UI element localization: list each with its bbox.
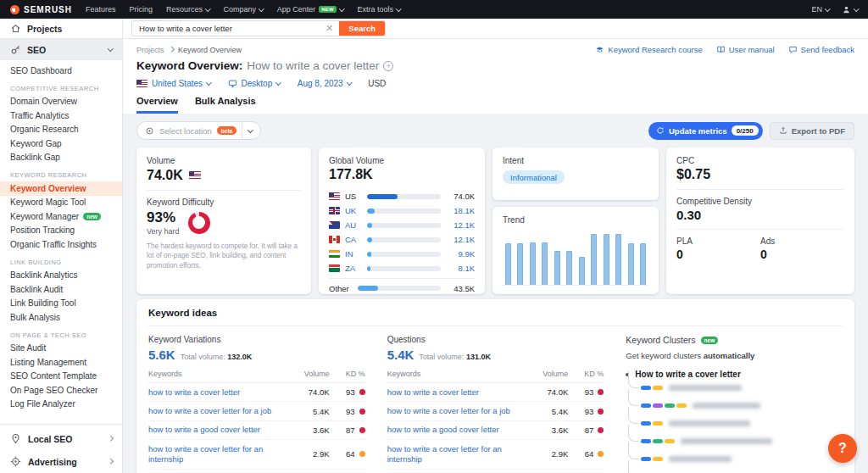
sidebar-item-local-seo[interactable]: Local SEO xyxy=(0,427,122,450)
column-keywords[interactable]: Keywords xyxy=(148,370,292,378)
topnav-item-features[interactable]: Features xyxy=(86,5,116,14)
country-code[interactable]: AU xyxy=(345,220,362,230)
sidebar-item-backlink-audit[interactable]: Backlink Audit xyxy=(0,282,122,297)
topnav-item-company[interactable]: Company xyxy=(224,5,264,14)
cluster-root[interactable]: How to write a cover letter xyxy=(626,370,843,379)
keyword-link[interactable]: how to write a good cover letter xyxy=(148,425,292,435)
sidebar-section-seo[interactable]: SEO xyxy=(0,39,122,60)
cluster-item[interactable] xyxy=(627,450,843,468)
topnav-item-extra-tools[interactable]: Extra tools xyxy=(358,5,401,14)
clusters-label: Keyword Clusters xyxy=(626,335,695,345)
sidebar-item-on-page-seo-checker[interactable]: On Page SEO Checker xyxy=(0,383,122,398)
trend-bar xyxy=(604,234,609,285)
sidebar-item-position-tracking[interactable]: Position Tracking xyxy=(0,224,122,238)
sidebar-item-organic-traffic-insights[interactable]: Organic Traffic Insights xyxy=(0,237,122,252)
help-button[interactable]: ? xyxy=(828,434,857,463)
date-filter[interactable]: Aug 8, 2023 xyxy=(298,79,351,88)
keyword-link[interactable]: how to write a cover letter for a job xyxy=(148,406,292,416)
keyword-link[interactable]: how to write a cover letter for an inter… xyxy=(148,444,292,465)
country-filter[interactable]: United States xyxy=(136,79,211,88)
update-metrics-button[interactable]: Update metrics 0/250 xyxy=(648,122,763,140)
divider xyxy=(676,189,844,190)
country-code[interactable]: UK xyxy=(345,206,362,215)
sidebar-item-seo-dashboard[interactable]: SEO Dashboard xyxy=(0,64,122,78)
sidebar-item-label: Link Building Tool xyxy=(10,298,76,308)
export-pdf-button[interactable]: Export to PDF xyxy=(770,122,854,140)
account-menu[interactable] xyxy=(842,5,859,14)
device-filter[interactable]: Desktop xyxy=(228,79,281,88)
volume-bar-fill xyxy=(358,286,378,291)
target-icon xyxy=(10,456,21,467)
keyword-volume: 3.6K xyxy=(531,426,568,435)
keyword-kd: 64 xyxy=(330,449,365,459)
cluster-item[interactable] xyxy=(627,432,843,450)
search-input[interactable] xyxy=(132,24,320,33)
cluster-item[interactable] xyxy=(627,379,843,397)
sidebar-item-traffic-analytics[interactable]: Traffic Analytics xyxy=(0,109,122,123)
sidebar-item-projects[interactable]: Projects xyxy=(0,19,123,38)
help-link-label: User manual xyxy=(729,45,775,54)
sidebar-item-backlink-analytics[interactable]: Backlink Analytics xyxy=(0,269,122,283)
sidebar-item-keyword-overview[interactable]: Keyword Overview xyxy=(0,181,122,196)
keyword-link[interactable]: how to write a cover letter xyxy=(387,387,531,398)
tab-overview[interactable]: Overview xyxy=(136,96,178,114)
questions-count[interactable]: 5.4K xyxy=(387,348,415,362)
keyword-link[interactable]: how to write a cover letter xyxy=(148,387,292,398)
keyword-link[interactable]: how to write a cover letter for a job xyxy=(387,406,531,416)
topnav-item-pricing[interactable]: Pricing xyxy=(130,5,153,14)
column-kd[interactable]: KD % xyxy=(568,370,604,378)
sidebar-item-domain-overview[interactable]: Domain Overview xyxy=(0,95,122,109)
column-volume[interactable]: Volume xyxy=(531,370,568,378)
help-link-user-manual[interactable]: User manual xyxy=(716,45,775,54)
column-keywords[interactable]: Keywords xyxy=(387,370,531,378)
column-volume[interactable]: Volume xyxy=(292,370,330,378)
column-kd[interactable]: KD % xyxy=(330,370,365,378)
sidebar-item-site-audit[interactable]: Site Audit xyxy=(0,342,122,356)
tab-bulk-analysis[interactable]: Bulk Analysis xyxy=(195,96,256,114)
sidebar-item-organic-research[interactable]: Organic Research xyxy=(0,123,122,137)
language-selector[interactable]: EN xyxy=(811,5,829,14)
intent-badge[interactable]: Informational xyxy=(503,170,565,184)
variations-label: Keyword Variations xyxy=(148,335,365,344)
add-keyword-icon[interactable]: + xyxy=(383,61,393,71)
sidebar-item-bulk-analysis[interactable]: Bulk Analysis xyxy=(0,310,122,325)
help-link-keyword-research-course[interactable]: Keyword Research course xyxy=(595,45,702,54)
keyword-volume: 2.9K xyxy=(531,449,568,459)
competitive-density-label: Competitive Density xyxy=(676,197,844,206)
sidebar-section-label: COMPETITIVE RESEARCH xyxy=(10,85,112,92)
sidebar-item-label: Backlink Gap xyxy=(10,153,60,162)
volume-value: 8.1K xyxy=(446,264,475,273)
sidebar-item-log-file-analyzer[interactable]: Log File Analyzer xyxy=(0,398,122,412)
cluster-item[interactable] xyxy=(627,415,843,432)
country-code[interactable]: CA xyxy=(345,235,362,244)
help-link-send-feedback[interactable]: Send feedback xyxy=(788,45,854,54)
topnav-item-resources[interactable]: Resources xyxy=(166,5,210,14)
sidebar-item-keyword-magic-tool[interactable]: Keyword Magic Tool xyxy=(0,196,122,210)
cluster-item[interactable] xyxy=(627,397,843,415)
sidebar-item-backlink-gap[interactable]: Backlink Gap xyxy=(0,151,122,165)
country-code[interactable]: IN xyxy=(345,249,362,259)
semrush-logo[interactable]: SEMRUSH xyxy=(10,5,72,14)
sidebar-item-link-building-tool[interactable]: Link Building Tool xyxy=(0,297,122,311)
sidebar-item-label: Backlink Analytics xyxy=(10,270,77,280)
global-volume-row-uk: UK18.1K xyxy=(329,203,475,218)
sidebar-item-keyword-gap[interactable]: Keyword Gap xyxy=(0,136,122,151)
select-location-dropdown[interactable]: Select location beta xyxy=(136,121,261,140)
sidebar-item-advertising[interactable]: Advertising xyxy=(0,450,122,473)
sidebar-item-seo-content-template[interactable]: SEO Content Template xyxy=(0,370,122,384)
variations-count[interactable]: 5.6K xyxy=(148,348,175,362)
country-code[interactable]: US xyxy=(345,192,362,201)
sidebar-item-keyword-manager[interactable]: Keyword Managernew xyxy=(0,209,122,224)
clear-search-icon[interactable]: ✕ xyxy=(320,23,339,34)
sidebar-item-listing-management[interactable]: Listing Management xyxy=(0,355,122,370)
topnav-item-app-center[interactable]: App CenterNEW xyxy=(277,5,344,14)
keyword-row: how to write a cover letter for an inter… xyxy=(387,440,604,470)
search-button[interactable]: Search xyxy=(339,21,385,36)
breadcrumb-projects[interactable]: Projects xyxy=(136,46,164,54)
cluster-chips xyxy=(641,403,687,408)
home-icon xyxy=(10,23,21,34)
keyword-link[interactable]: how to write a good cover letter xyxy=(387,425,531,435)
keyword-link[interactable]: how to write a cover letter for an inter… xyxy=(387,444,531,465)
country-code[interactable]: ZA xyxy=(345,264,362,273)
kd-value: 93 xyxy=(346,387,355,397)
